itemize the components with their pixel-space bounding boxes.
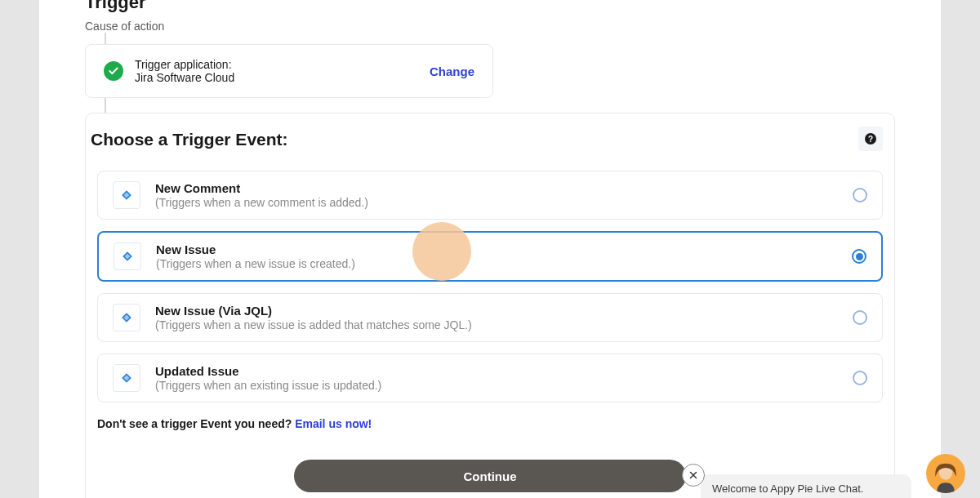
chat-message: Welcome to Appy Pie Live Chat.: [712, 482, 863, 495]
radio-unchecked[interactable]: [853, 310, 867, 325]
continue-button[interactable]: Continue: [294, 460, 686, 492]
trigger-app-name: Jira Software Cloud: [135, 71, 234, 84]
trigger-option-new-issue-jql[interactable]: New Issue (Via JQL) (Triggers when a new…: [97, 293, 883, 342]
option-desc: (Triggers when a new issue is created.): [156, 257, 355, 270]
footer-text: Don't see a trigger Event you need?: [97, 417, 295, 430]
avatar-icon: [929, 460, 962, 493]
help-button[interactable]: ?: [858, 127, 883, 151]
trigger-section-title: Trigger: [85, 0, 895, 11]
trigger-option-new-issue[interactable]: New Issue (Triggers when a new issue is …: [97, 231, 883, 282]
option-title: New Issue (Via JQL): [155, 304, 472, 318]
choose-trigger-card: Choose a Trigger Event: ? New Comment (T…: [85, 113, 895, 498]
jira-icon: [114, 242, 141, 270]
chat-bubble[interactable]: Welcome to Appy Pie Live Chat.: [701, 474, 911, 498]
check-circle-icon: [104, 61, 123, 81]
option-desc: (Triggers when a new issue is added that…: [155, 318, 472, 331]
help-icon: ?: [865, 133, 876, 145]
jira-icon: [113, 181, 140, 209]
change-button[interactable]: Change: [430, 64, 474, 78]
trigger-option-updated-issue[interactable]: Updated Issue (Triggers when an existing…: [97, 353, 883, 402]
radio-checked[interactable]: [852, 249, 866, 264]
trigger-app-card: Trigger application: Jira Software Cloud…: [85, 44, 493, 98]
option-desc: (Triggers when an existing issue is upda…: [155, 379, 381, 392]
chat-avatar-button[interactable]: [926, 454, 965, 493]
option-title: Updated Issue: [155, 364, 381, 378]
email-us-link[interactable]: Email us now!: [295, 417, 372, 430]
jira-icon: [113, 364, 140, 392]
radio-unchecked[interactable]: [853, 371, 867, 385]
option-title: New Issue: [156, 242, 355, 256]
jira-icon: [113, 304, 140, 331]
trigger-section-subtitle: Cause of action: [85, 20, 895, 33]
connector-line: [105, 33, 106, 44]
radio-unchecked[interactable]: [853, 188, 867, 202]
connector-line: [105, 98, 106, 113]
option-desc: (Triggers when a new comment is added.): [155, 196, 368, 209]
trigger-option-new-comment[interactable]: New Comment (Triggers when a new comment…: [97, 171, 883, 220]
trigger-app-label: Trigger application:: [135, 58, 234, 71]
choose-trigger-title: Choose a Trigger Event:: [79, 130, 888, 153]
chat-close-button[interactable]: [682, 464, 705, 487]
option-title: New Comment: [155, 181, 368, 195]
